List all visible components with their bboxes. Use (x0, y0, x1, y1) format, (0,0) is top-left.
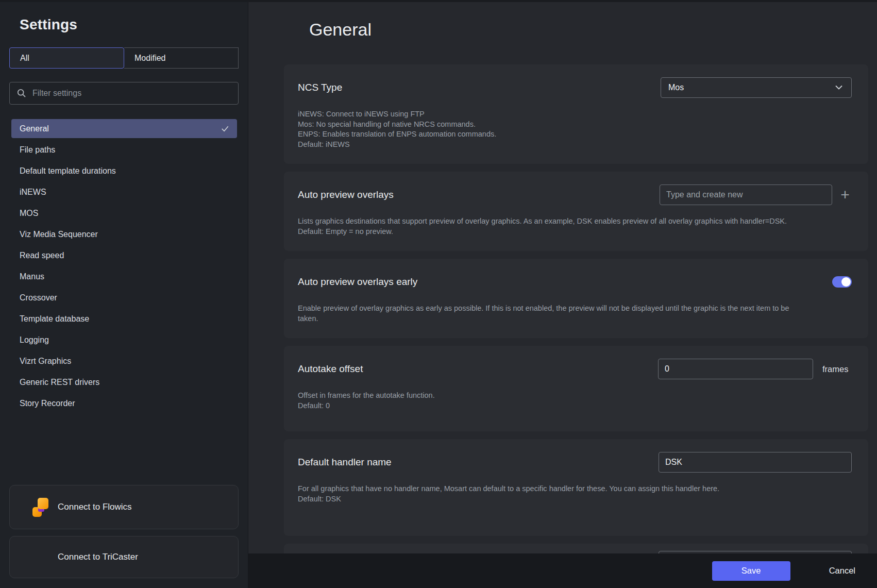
search-icon (17, 89, 26, 98)
sidebar-item-logging[interactable]: Logging (11, 330, 237, 349)
plus-icon[interactable]: + (838, 188, 852, 201)
frames-unit-label: frames (822, 364, 852, 374)
default-handler-name-input[interactable] (659, 452, 852, 473)
settings-sidebar: Settings All Modified General File paths… (0, 0, 248, 588)
default-handler-name-label: Default handler name (298, 457, 392, 468)
nav-item-label: Vizrt Graphics (20, 357, 71, 366)
setting-card-auto-preview-overlays-early: Auto preview overlays early Enable previ… (284, 259, 868, 338)
checkmark-icon (220, 124, 230, 133)
nav-item-label: Story Recorder (20, 399, 75, 408)
ncs-type-label: NCS Type (298, 82, 342, 93)
auto-preview-overlays-early-label: Auto preview overlays early (298, 276, 417, 288)
nav-item-label: General (20, 124, 49, 133)
nav-item-label: Viz Media Sequencer (20, 230, 98, 239)
nav-item-label: File paths (20, 145, 55, 155)
sidebar-item-inews[interactable]: iNEWS (11, 182, 237, 201)
sidebar-item-template-database[interactable]: Template database (11, 309, 237, 328)
nav-item-label: Default template durations (20, 166, 116, 176)
sidebar-item-crossover[interactable]: Crossover (11, 288, 237, 307)
setting-card-auto-preview-overlays: Auto preview overlays + Lists graphics d… (284, 172, 868, 251)
sidebar-spacer (9, 415, 239, 485)
nav-item-label: Template database (20, 314, 89, 324)
nav-item-label: Manus (20, 272, 44, 281)
page-title: General (309, 18, 877, 41)
sidebar-item-generic-rest-drivers[interactable]: Generic REST drivers (11, 373, 237, 392)
filter-tabs: All Modified (9, 47, 239, 69)
default-handler-name-description: For all graphics that have no handler na… (298, 484, 852, 504)
nav-item-label: Read speed (20, 251, 64, 260)
connect-flowics-label: Connect to Flowics (58, 502, 132, 512)
cancel-button[interactable]: Cancel (829, 566, 855, 576)
sidebar-item-file-paths[interactable]: File paths (11, 140, 237, 159)
autotake-offset-input[interactable] (658, 359, 813, 379)
settings-content: General NCS Type Mos iNEWS: Connect to i… (248, 0, 877, 553)
settings-main-panel: General NCS Type Mos iNEWS: Connect to i… (248, 0, 877, 588)
ncs-type-description: iNEWS: Connect to iNEWS using FTP Mos: N… (298, 109, 852, 149)
sidebar-item-read-speed[interactable]: Read speed (11, 246, 237, 265)
connect-flowics-button[interactable]: Connect to Flowics (9, 485, 239, 529)
auto-preview-overlays-early-toggle[interactable] (832, 276, 852, 288)
sidebar-item-manus[interactable]: Manus (11, 267, 237, 286)
sidebar-item-default-template-durations[interactable]: Default template durations (11, 161, 237, 180)
auto-preview-overlays-early-description: Enable preview of overlay graphics as ea… (298, 304, 808, 324)
setting-card-ncs-type: NCS Type Mos iNEWS: Connect to iNEWS usi… (284, 64, 868, 164)
sidebar-item-story-recorder[interactable]: Story Recorder (11, 394, 237, 413)
connect-tricaster-button[interactable]: Connect to TriCaster (9, 536, 239, 578)
toggle-knob (841, 277, 851, 287)
save-button[interactable]: Save (712, 561, 790, 581)
sidebar-item-mos[interactable]: MOS (11, 204, 237, 223)
setting-card-autotake-offset: Autotake offset frames Offset in frames … (284, 346, 868, 431)
filter-settings-field[interactable] (9, 82, 239, 105)
setting-card-default-handler-name: Default handler name For all graphics th… (284, 439, 868, 536)
auto-preview-overlays-input[interactable] (660, 184, 832, 205)
action-bar: Save Cancel (248, 553, 877, 588)
ncs-type-select[interactable]: Mos (661, 77, 852, 98)
tab-all[interactable]: All (9, 47, 124, 69)
connect-tricaster-label: Connect to TriCaster (58, 552, 138, 562)
sidebar-item-vizrt-graphics[interactable]: Vizrt Graphics (11, 351, 237, 371)
autotake-offset-description: Offset in frames for the autotake functi… (298, 391, 852, 411)
auto-preview-overlays-description: Lists graphics destinations that support… (298, 216, 852, 237)
filter-input[interactable] (32, 89, 232, 98)
nav-item-label: Generic REST drivers (20, 378, 99, 387)
auto-preview-overlays-label: Auto preview overlays (298, 189, 394, 200)
sidebar-item-general[interactable]: General (11, 119, 237, 138)
chevron-down-icon (835, 85, 843, 90)
nav-item-label: iNEWS (20, 188, 46, 197)
flowics-logo-icon (32, 498, 50, 518)
ncs-type-selected-value: Mos (668, 83, 684, 92)
autotake-offset-label: Autotake offset (298, 363, 363, 375)
settings-nav: General File paths Default template dura… (9, 119, 239, 415)
sidebar-item-viz-media-sequencer[interactable]: Viz Media Sequencer (11, 225, 237, 244)
nav-item-label: MOS (20, 209, 38, 218)
tab-modified[interactable]: Modified (124, 47, 239, 69)
setting-card-partial (284, 544, 868, 553)
window-top-edge (0, 0, 877, 2)
nav-item-label: Logging (20, 335, 49, 345)
nav-item-label: Crossover (20, 293, 57, 303)
sidebar-title: Settings (20, 16, 239, 33)
